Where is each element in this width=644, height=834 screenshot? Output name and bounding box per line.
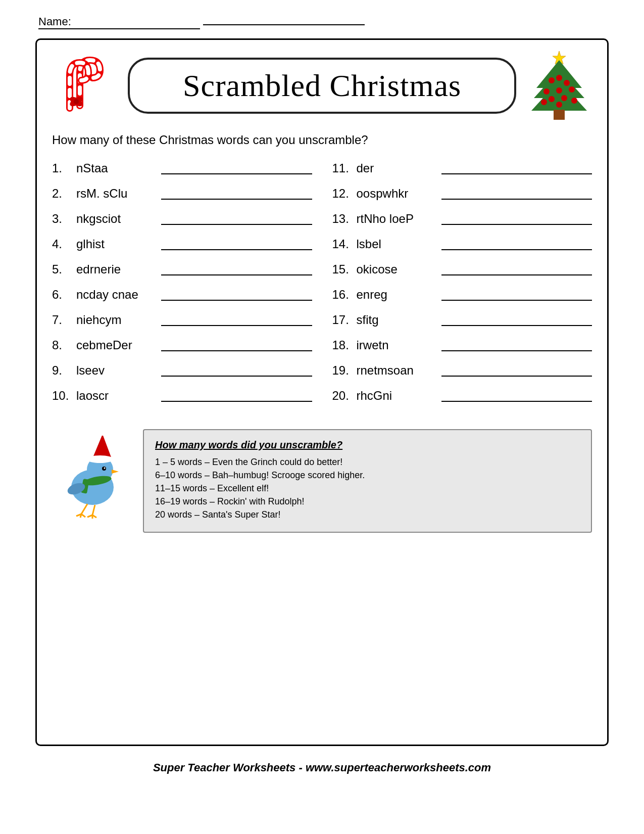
list-item: 10. laoscr [52, 389, 312, 403]
score-item-3: 11–15 words – Excellent elf! [155, 483, 580, 494]
svg-point-9 [564, 80, 570, 86]
answer-line [441, 376, 592, 377]
svg-point-17 [561, 95, 567, 101]
list-item: 2. rsM. sClu [52, 187, 312, 201]
answer-line [441, 350, 592, 351]
svg-line-34 [81, 514, 85, 517]
list-item: 6. ncday cnae [52, 288, 312, 302]
answer-line [161, 173, 312, 174]
score-box: How many words did you unscramble? 1 – 5… [143, 429, 592, 533]
svg-point-23 [87, 455, 113, 462]
list-item: 18. irwetn [332, 338, 592, 352]
candy-cane-icon [52, 55, 118, 116]
footer: Super Teacher Worksheets - www.superteac… [35, 761, 609, 774]
answer-line [161, 376, 312, 377]
answer-line [161, 350, 312, 351]
list-item: 16. enreg [332, 288, 592, 302]
answer-line [441, 173, 592, 174]
worksheet-box: Scrambled Christmas [35, 38, 609, 746]
bottom-section: How many words did you unscramble? 1 – 5… [52, 429, 592, 533]
answer-line [161, 199, 312, 200]
list-item: 19. rnetmsoan [332, 363, 592, 378]
list-item: 11. der [332, 161, 592, 175]
svg-point-18 [549, 96, 555, 102]
svg-point-24 [100, 431, 105, 436]
list-item: 12. oospwhkr [332, 187, 592, 201]
list-item: 3. nkgsciot [52, 212, 312, 226]
svg-point-16 [556, 102, 562, 108]
svg-line-35 [92, 505, 95, 515]
svg-point-12 [569, 86, 575, 92]
answer-line [441, 325, 592, 326]
svg-point-11 [543, 88, 550, 95]
svg-point-10 [556, 75, 562, 81]
svg-point-2 [74, 99, 79, 104]
list-item: 1. nStaa [52, 161, 312, 175]
score-item-4: 16–19 words – Rockin' with Rudolph! [155, 496, 580, 507]
answer-line [161, 300, 312, 301]
answer-line [161, 325, 312, 326]
answer-line [441, 300, 592, 301]
svg-marker-27 [112, 470, 119, 474]
list-item: 4. glhist [52, 237, 312, 251]
header-row: Scrambled Christmas [52, 50, 592, 121]
title-box: Scrambled Christmas [128, 58, 516, 114]
svg-line-31 [81, 504, 87, 514]
name-label: Name: [35, 15, 609, 29]
list-item: 20. rhcGni [332, 389, 592, 403]
list-item: 13. rtNho loeP [332, 212, 592, 226]
svg-point-26 [104, 468, 106, 469]
subtitle: How many of these Christmas words can yo… [52, 133, 592, 147]
answer-line [161, 249, 312, 250]
answer-line [441, 274, 592, 275]
score-item-5: 20 words – Santa's Super Star! [155, 509, 580, 520]
list-item: 15. okicose [332, 262, 592, 276]
bird-icon [52, 429, 133, 520]
svg-rect-7 [554, 110, 565, 120]
svg-point-8 [549, 77, 555, 83]
answer-line [161, 274, 312, 275]
svg-point-14 [541, 99, 547, 105]
christmas-tree-icon [526, 50, 592, 121]
right-column: 11. der 12. oospwhkr 13. rtNho loeP 14. … [332, 161, 592, 414]
svg-point-15 [571, 98, 577, 104]
svg-point-13 [556, 87, 562, 94]
list-item: 8. cebmeDer [52, 338, 312, 352]
svg-marker-22 [92, 434, 112, 458]
left-column: 1. nStaa 2. rsM. sClu 3. nkgsciot 4. glh… [52, 161, 312, 414]
word-grid: 1. nStaa 2. rsM. sClu 3. nkgsciot 4. glh… [52, 161, 592, 414]
answer-line [441, 401, 592, 402]
score-title: How many words did you unscramble? [155, 439, 580, 451]
list-item: 14. lsbel [332, 237, 592, 251]
score-item-1: 1 – 5 words – Even the Grinch could do b… [155, 457, 580, 468]
answer-line [441, 224, 592, 225]
list-item: 5. edrnerie [52, 262, 312, 276]
answer-line [161, 401, 312, 402]
answer-line [441, 199, 592, 200]
answer-line [441, 249, 592, 250]
list-item: 7. niehcym [52, 313, 312, 327]
list-item: 9. lseev [52, 363, 312, 378]
list-item: 17. sfitg [332, 313, 592, 327]
answer-line [161, 224, 312, 225]
page-title: Scrambled Christmas [155, 68, 489, 104]
score-item-2: 6–10 words – Bah–humbug! Scrooge scored … [155, 470, 580, 481]
